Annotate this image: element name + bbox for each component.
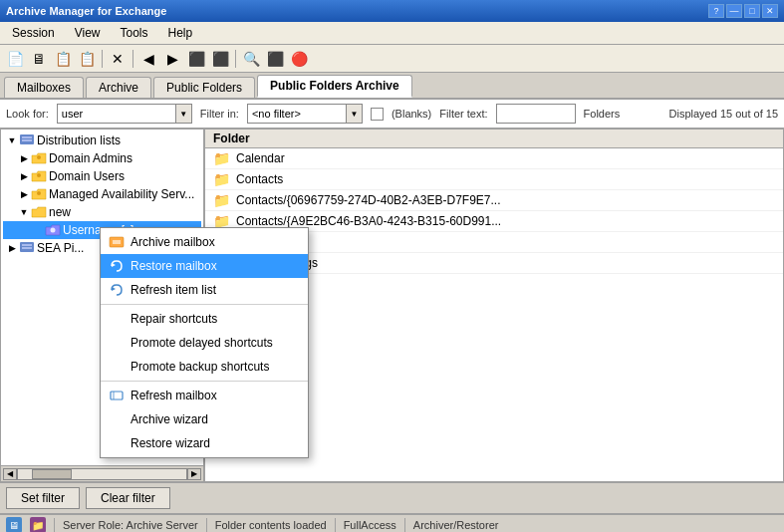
svg-rect-9 (22, 247, 32, 249)
close-btn[interactable]: ✕ (762, 4, 778, 18)
folder-icon (31, 204, 47, 220)
toolbar-btn-11[interactable]: ⬛ (264, 48, 286, 70)
bottom-bar: Set filter Clear filter (0, 482, 784, 513)
menu-view[interactable]: View (67, 24, 109, 42)
tab-mailboxes[interactable]: Mailboxes (4, 77, 84, 98)
ctx-label-restore: Restore mailbox (131, 259, 217, 273)
expand-icon[interactable]: ▶ (5, 241, 19, 255)
blanks-checkbox[interactable] (371, 108, 384, 121)
ctx-promote-backup[interactable]: Promote backup shortcuts (101, 355, 308, 379)
expand-icon[interactable]: ▶ (17, 151, 31, 165)
no-icon-4 (109, 411, 125, 427)
filter-in-input[interactable] (247, 104, 347, 124)
blanks-label: (Blanks) (392, 108, 431, 120)
look-for-label: Look for: (6, 108, 49, 120)
no-icon-3 (109, 359, 125, 375)
menu-session[interactable]: Session (4, 24, 63, 42)
svg-marker-12 (112, 263, 116, 267)
scroll-left-btn[interactable]: ◀ (3, 468, 17, 480)
ctx-restore-wizard[interactable]: Restore wizard (101, 431, 308, 455)
expand-icon[interactable]: ▶ (17, 187, 31, 201)
toolbar-btn-5[interactable]: ✕ (107, 48, 129, 70)
folder-name: Contacts/{A9E2BC46-B3A0-4243-B315-60D991… (236, 214, 501, 228)
no-icon (109, 311, 125, 327)
user-folder-icon (45, 222, 61, 238)
help-btn[interactable]: ? (708, 4, 724, 18)
filter-in-dropdown-btn[interactable]: ▼ (347, 104, 363, 124)
server-icon-2 (19, 240, 35, 256)
toolbar-sep-1 (102, 50, 103, 68)
tree-item-domain-admins[interactable]: ▶ Domain Admins (3, 149, 201, 167)
tab-archive[interactable]: Archive (86, 77, 151, 98)
toolbar-btn-10[interactable]: 🔍 (240, 48, 262, 70)
toolbar-btn-7[interactable]: ▶ (161, 48, 183, 70)
tree-label-domain-admins: Domain Admins (49, 151, 132, 165)
ctx-archive-mailbox[interactable]: Archive mailbox (101, 230, 308, 254)
folder-icon: 📁 (213, 192, 230, 208)
ctx-label-refresh-mailbox: Refresh mailbox (131, 389, 217, 402)
expand-icon[interactable]: ▼ (5, 133, 19, 147)
h-scroll-thumb[interactable] (32, 469, 72, 479)
toolbar-btn-3[interactable]: 📋 (52, 48, 74, 70)
no-icon-2 (109, 335, 125, 351)
toolbar-btn-8[interactable]: ⬛ (185, 48, 207, 70)
refresh2-icon (109, 388, 125, 403)
ctx-separator-2 (101, 381, 308, 382)
restore-icon (109, 258, 125, 274)
svg-marker-13 (112, 287, 116, 291)
context-menu: Archive mailbox Restore mailbox Refresh … (100, 227, 309, 458)
app-title: Archive Manager for Exchange (6, 5, 166, 17)
ctx-refresh-items[interactable]: Refresh item list (101, 278, 308, 302)
h-scrollbar[interactable] (17, 468, 187, 480)
toolbar-btn-4[interactable]: 📋 (76, 48, 98, 70)
toolbar-sep-2 (132, 50, 133, 68)
expand-icon[interactable]: ▼ (17, 205, 31, 219)
list-item[interactable]: 📁 Contacts (205, 169, 783, 190)
ctx-label-restore-wizard: Restore wizard (131, 436, 210, 450)
tree-item-new[interactable]: ▼ new (3, 203, 201, 221)
ctx-label-refresh-items: Refresh item list (131, 283, 216, 297)
folder-name: Calendar (236, 151, 285, 165)
filter-in-label: Filter in: (200, 108, 239, 120)
ctx-restore-mailbox[interactable]: Restore mailbox (101, 254, 308, 278)
set-filter-button[interactable]: Set filter (6, 487, 80, 509)
tree-item-domain-users[interactable]: ▶ Domain Users (3, 167, 201, 185)
status-sep-3 (335, 518, 336, 532)
scroll-right-btn[interactable]: ▶ (187, 468, 201, 480)
ctx-archive-wizard[interactable]: Archive wizard (101, 407, 308, 431)
tab-public-folders[interactable]: Public Folders (153, 77, 255, 98)
toolbar-btn-1[interactable]: 📄 (4, 48, 26, 70)
look-for-dropdown-btn[interactable]: ▼ (176, 104, 192, 124)
ctx-label-archive-wizard: Archive wizard (131, 412, 208, 426)
look-for-input[interactable] (57, 104, 176, 124)
filter-bar: Look for: ▼ Filter in: ▼ (Blanks) Filter… (0, 100, 784, 129)
toolbar-btn-12[interactable]: 🔴 (288, 48, 310, 70)
list-item[interactable]: 📁 Calendar (205, 148, 783, 169)
folder-name: Contacts/{06967759-274D-40B2-A3EB-D7F9E7… (236, 193, 501, 207)
folder-header: Folder (205, 130, 783, 148)
svg-rect-8 (22, 244, 32, 246)
menu-tools[interactable]: Tools (113, 24, 156, 42)
toolbar-btn-9[interactable]: ⬛ (209, 48, 231, 70)
svg-point-3 (37, 155, 41, 159)
toolbar-btn-2[interactable]: 🖥 (28, 48, 50, 70)
menu-bar: Session View Tools Help (0, 22, 784, 45)
tab-public-folders-archive[interactable]: Public Folders Archive (257, 75, 412, 98)
menu-help[interactable]: Help (160, 24, 201, 42)
window-controls: ? — □ ✕ (708, 4, 778, 18)
minimize-btn[interactable]: — (726, 4, 742, 18)
tree-item-distribution-lists[interactable]: ▼ Distribution lists (3, 132, 201, 149)
list-item[interactable]: 📁 Contacts/{06967759-274D-40B2-A3EB-D7F9… (205, 190, 783, 211)
filter-text-label: Filter text: (439, 108, 487, 120)
ctx-label-promote-backup: Promote backup shortcuts (131, 360, 269, 374)
ctx-repair-shortcuts[interactable]: Repair shortcuts (101, 307, 308, 331)
expand-icon[interactable]: ▶ (17, 169, 31, 183)
toolbar-btn-6[interactable]: ◀ (137, 48, 159, 70)
clear-filter-button[interactable]: Clear filter (86, 487, 170, 509)
ctx-refresh-mailbox[interactable]: Refresh mailbox (101, 384, 308, 407)
svg-rect-2 (22, 139, 32, 141)
ctx-promote-delayed[interactable]: Promote delayed shortcuts (101, 331, 308, 355)
maximize-btn[interactable]: □ (744, 4, 760, 18)
tree-item-managed-availability[interactable]: ▶ Managed Availability Serv... (3, 185, 201, 203)
filter-text-input[interactable] (496, 104, 576, 124)
